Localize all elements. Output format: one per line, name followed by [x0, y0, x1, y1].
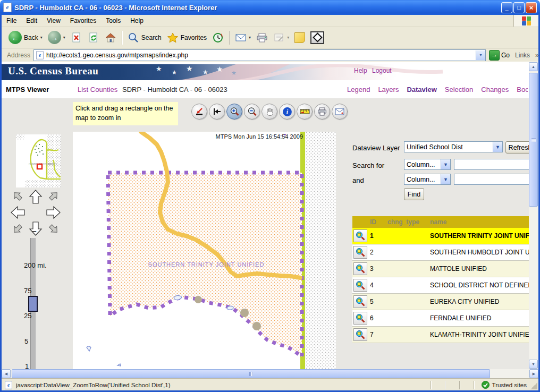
nav-bookmark-link[interactable]: Bookmark	[517, 86, 528, 93]
menu-view[interactable]: View	[42, 15, 65, 26]
scroll-left-icon[interactable]: ◀	[2, 369, 11, 378]
zoom-to-county-icon[interactable]	[191, 104, 207, 120]
menu-edit[interactable]: Edit	[21, 15, 42, 26]
mail-dropdown-icon[interactable]: ▾	[249, 35, 251, 40]
chevron-down-icon[interactable]: ▼	[493, 142, 502, 152]
vertical-scroll-thumb[interactable]	[529, 73, 538, 207]
menu-favorites[interactable]: Favorites	[65, 15, 101, 26]
logout-link[interactable]: Logout	[372, 67, 392, 74]
table-row[interactable]: 7 KLAMATH-TRINITY JOINT UNIFIED	[352, 327, 533, 343]
zoom-to-row-button[interactable]	[353, 229, 367, 242]
resize-grip[interactable]	[530, 382, 537, 389]
chevron-down-icon[interactable]: ▼	[441, 159, 450, 169]
minimize-button[interactable]: _	[501, 2, 512, 13]
notes-button[interactable]	[292, 31, 308, 44]
back-button[interactable]: ← Back▾	[6, 30, 45, 45]
vertical-scrollbar[interactable]: ▲ ▼	[529, 62, 538, 369]
table-row[interactable]: 2 SOUTHERN HUMBOLDT JOINT UNIFIED	[352, 244, 533, 261]
links-label[interactable]: Links	[515, 52, 530, 59]
help-link[interactable]: Help	[354, 67, 367, 74]
back-dropdown-icon[interactable]: ▾	[40, 35, 43, 40]
diamond-tool-button[interactable]	[308, 30, 327, 45]
close-button[interactable]: ×	[526, 2, 537, 13]
menu-tools[interactable]: Tools	[101, 15, 125, 26]
scroll-up-icon[interactable]: ▲	[529, 62, 538, 71]
scroll-down-icon[interactable]: ▼	[529, 360, 538, 369]
forward-dropdown-icon[interactable]: ▾	[63, 35, 65, 40]
zoom-to-row-button[interactable]	[353, 295, 367, 308]
status-bar: e javascript:DataView_ZoomToRow('Unified…	[2, 379, 538, 390]
pan-up-arrow	[30, 190, 41, 203]
mail-icon	[235, 32, 247, 43]
forward-button[interactable]: → ▾	[45, 30, 68, 45]
flag-star-icon: ★	[156, 65, 162, 73]
nav-dataview-link[interactable]: Dataview	[407, 86, 436, 93]
zoom-to-row-button[interactable]	[353, 262, 367, 275]
maximize-button[interactable]: □	[513, 2, 525, 13]
table-row[interactable]: 1 SOUTHERN TRINITY JOINT UNIFIED	[352, 228, 533, 244]
horizontal-scroll-thumb[interactable]	[12, 369, 490, 378]
status-cell	[445, 381, 460, 389]
nav-legend-link[interactable]: Legend	[347, 86, 370, 93]
menu-file[interactable]: File	[2, 15, 21, 26]
chevron-down-icon[interactable]: ▼	[441, 174, 450, 184]
search-value-input-1[interactable]	[454, 159, 535, 170]
measure-ruler-icon[interactable]	[297, 104, 313, 120]
refresh-icon	[88, 32, 99, 43]
table-row[interactable]: 5 EUREKA CITY UNIFIED	[352, 294, 533, 310]
find-button[interactable]: Find	[404, 188, 424, 200]
zoom-slider-thumb[interactable]	[28, 296, 38, 312]
zoom-to-row-button[interactable]	[353, 246, 367, 259]
zoom-out-icon[interactable]	[244, 104, 260, 120]
pan-hand-icon[interactable]	[261, 104, 277, 120]
list-counties-link[interactable]: List Counties	[78, 86, 117, 93]
horizontal-scrollbar[interactable]: ◀ ▶	[2, 369, 538, 379]
identify-info-icon[interactable]: i	[279, 104, 295, 120]
search-column-select-1[interactable]: Column... ▼	[404, 159, 451, 170]
dataview-layer-select[interactable]: Unified School Dist ▼	[404, 141, 503, 152]
home-button[interactable]	[102, 31, 119, 44]
search-button[interactable]: Search	[125, 31, 164, 44]
nav-layers-link[interactable]: Layers	[378, 86, 399, 93]
address-input[interactable]: e http://ecots1.geo.census.gov/mtpsmaps/…	[33, 49, 486, 61]
nav-changes-link[interactable]: Changes	[481, 86, 509, 93]
stop-button[interactable]	[68, 31, 85, 44]
menu-help[interactable]: Help	[125, 15, 148, 26]
zoom-to-row-button[interactable]	[353, 279, 367, 292]
window-title: SDRP - Humboldt CA - 06 - 06023 - Micros…	[14, 4, 500, 12]
zoom-to-row-button[interactable]	[353, 312, 367, 325]
table-row[interactable]: 4 SCHOOL DISTRICT NOT DEFINED	[352, 277, 533, 294]
overview-minimap[interactable]: HUMBOLDT COUNTY TRINITY	[16, 134, 61, 188]
zoom-out-minus[interactable]: −	[32, 227, 37, 236]
previous-extent-icon[interactable]	[209, 104, 225, 120]
address-dropdown-icon[interactable]: ▾	[476, 50, 485, 60]
edit-button[interactable]: ▾	[271, 31, 292, 44]
flag-star-icon: ★	[172, 69, 177, 76]
print-button[interactable]	[254, 31, 271, 44]
email-map-icon[interactable]	[332, 104, 348, 120]
mail-button[interactable]: ▾	[232, 31, 254, 44]
print-map-icon[interactable]	[314, 104, 330, 120]
trusted-sites-icon	[482, 381, 490, 389]
go-arrow-icon: →	[489, 50, 500, 61]
sticky-note-icon	[294, 32, 305, 43]
nav-selection-link[interactable]: Selection	[445, 86, 473, 93]
status-cell	[431, 381, 445, 389]
edit-dropdown-icon[interactable]: ▾	[287, 35, 289, 40]
history-button[interactable]	[209, 31, 226, 44]
zoom-to-row-button[interactable]	[353, 328, 367, 341]
scroll-right-icon[interactable]: ▶	[529, 369, 538, 378]
search-value-input-2[interactable]	[454, 174, 535, 185]
refresh-button[interactable]	[85, 31, 102, 44]
favorites-button[interactable]: Favorites	[164, 31, 209, 44]
zoom-in-icon[interactable]	[226, 104, 242, 120]
table-row[interactable]: 6 FERNDALE UNIFIED	[352, 310, 533, 327]
map-canvas[interactable]: SOUTHERN TRINITY JOINT UNIFIED MTPS Mon …	[73, 132, 336, 369]
search-column-select-2[interactable]: Column... ▼	[404, 174, 451, 185]
pan-left-arrow	[11, 207, 24, 218]
go-button[interactable]: → Go	[489, 50, 510, 61]
pan-downright-arrow	[48, 223, 60, 235]
table-row[interactable]: 3 MATTOLE UNIFIED	[352, 261, 533, 277]
title-bar[interactable]: e SDRP - Humboldt CA - 06 - 06023 - Micr…	[0, 0, 540, 15]
neighbor-county-hatch	[305, 132, 336, 369]
